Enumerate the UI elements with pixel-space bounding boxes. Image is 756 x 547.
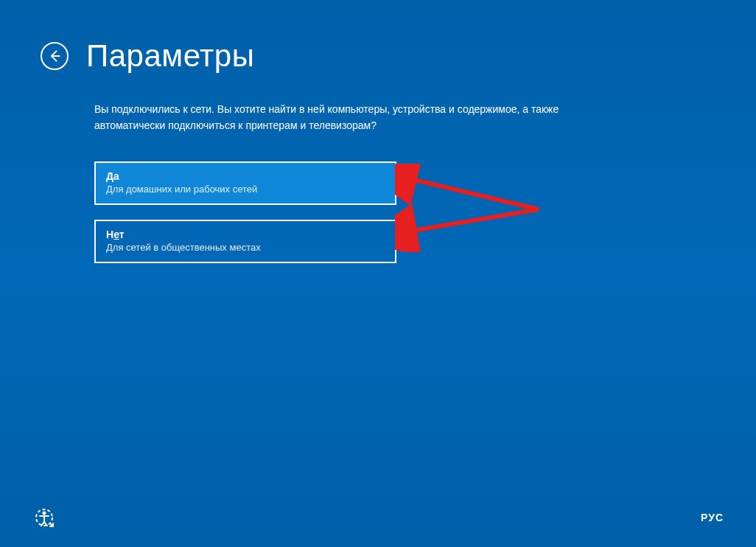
ease-of-access-icon bbox=[32, 506, 56, 529]
option-no-subtitle: Для сетей в общественных местах bbox=[106, 242, 385, 253]
language-indicator[interactable]: РУС bbox=[701, 512, 724, 523]
ease-of-access-button[interactable] bbox=[32, 506, 56, 529]
back-button[interactable] bbox=[41, 42, 69, 70]
arrow-left-icon bbox=[47, 49, 62, 63]
page-title: Параметры bbox=[86, 38, 254, 74]
description-text: Вы подключились к сети. Вы хотите найти … bbox=[94, 102, 575, 133]
option-yes-title: Да bbox=[106, 170, 385, 182]
option-no-title: Нет bbox=[106, 229, 385, 240]
option-yes-subtitle: Для домашних или рабочих сетей bbox=[106, 184, 385, 195]
option-no[interactable]: Нет Для сетей в общественных местах bbox=[94, 220, 396, 263]
svg-point-4 bbox=[43, 512, 46, 515]
option-yes[interactable]: Да Для домашних или рабочих сетей bbox=[94, 161, 396, 205]
